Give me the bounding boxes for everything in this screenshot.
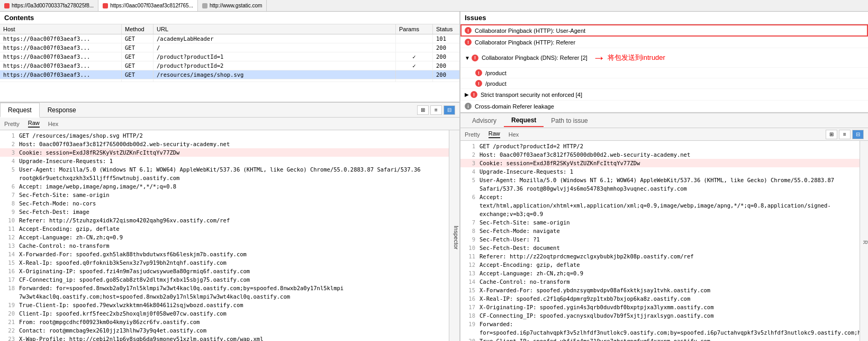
right-edge-bar: R [860, 141, 868, 341]
code-line: 17CF-Connecting_ip: spoofed.go85cab8zt8v… [0, 275, 449, 284]
code-line: 10Referer: http://5tzuhzgx4idk72qismo420… [0, 216, 449, 225]
cell-host-2: https://0aac007f03aeaf3... [0, 43, 122, 52]
table-header: Host Method URL Params Status [0, 24, 459, 34]
table-row-4[interactable]: https://0aac007f03aeaf3... GET /product?… [0, 61, 459, 70]
issue-item-3[interactable]: ▼ ! Collaborator Pingback (DNS): Referer… [460, 48, 868, 68]
raw-subtab[interactable]: Raw [28, 120, 40, 128]
cell-status-5: 200 [433, 70, 459, 79]
code-line: 23X-Wap-Profile: http://cebi2nl1p6y8sqb6… [0, 335, 449, 341]
issue-sub-3a[interactable]: ! /product [460, 68, 868, 78]
issues-tabs: Advisory Request Path to issue [460, 113, 868, 128]
cell-host-3: https://0aac007f03aeaf3... [0, 52, 122, 61]
cell-method-6 [122, 79, 153, 82]
expand-icon-4: ▶ [465, 92, 469, 97]
issues-list: ! Collaborator Pingback (HTTP): User-Age… [460, 24, 868, 113]
table-row-3[interactable]: https://0aac007f03aeaf3... GET /product?… [0, 52, 459, 61]
issue-code-line: 17X-Originating-IP: spoofed.ygin4s3qrb0d… [460, 303, 860, 311]
left-panel: Contents Host Method URL Params Status h… [0, 12, 460, 341]
cell-host-5: https://0aac007f03aeaf3... [0, 70, 122, 79]
issue-code-line: 10Sec-Fetch-Dest: document [460, 244, 860, 252]
cell-params-4: ✓ [396, 61, 433, 70]
col-method: Method [122, 24, 153, 34]
code-line: 3Cookie: session=ExdJ8fR2SKyVstZUZKnFcIt… [0, 148, 449, 157]
issue-code-line: 15X-Forwarded-For: spoofed.ybdnzsyqmbvdp… [460, 286, 860, 294]
contents-section: Contents Host Method URL Params Status h… [0, 12, 459, 103]
hex-subtab[interactable]: Hex [48, 121, 59, 127]
cell-method-5: GET [122, 70, 153, 79]
code-line: 15X-Real-Ip: spoofed.q0rfoknib3k5enx3z7v… [0, 258, 449, 267]
browser-tab-2[interactable]: https://0aac007f03aeaf3c812f765... [98, 0, 198, 11]
wrap-icon[interactable]: ⊟ [444, 105, 455, 115]
tab-3-text: http://www.gstatic.com [210, 3, 262, 8]
path-to-issue-tab[interactable]: Path to issue [544, 115, 595, 127]
issue-code-line: 16X-Real-IP: spoofed.c2f1q6p4dpmrg9zp1tx… [460, 294, 860, 303]
code-line: 11Accept-Encoding: gzip, deflate [0, 225, 449, 233]
pretty-subtab[interactable]: Pretty [4, 121, 20, 127]
issues-raw-tab[interactable]: Raw [489, 130, 500, 138]
request-issues-tab[interactable]: Request [504, 114, 544, 127]
issue-icon-3: ! [472, 55, 478, 61]
issue-code-line: 12Accept-Encoding: gzip, deflate [460, 261, 860, 269]
issue-code-line: 5User-Agent: Mozilla/5.0 (Windows NT 6.1… [460, 176, 860, 193]
issue-code-line: 11Referer: http://z22oqtprdcmegwzclgxybu… [460, 252, 860, 261]
code-line: 6Accept: image/webp,image/apng,image/*,*… [0, 182, 449, 191]
right-panel: Issues ! Collaborator Pingback (HTTP): U… [460, 12, 868, 341]
issue-code-line: 3Cookie: session=ExdJ8fR2SKyVstZUZKnFcIt… [460, 159, 860, 167]
browser-tab-3[interactable]: http://www.gstatic.com [198, 0, 267, 11]
issue-sub-3b[interactable]: ! /product [460, 78, 868, 89]
req-res-section: Request Response ⊞ ≡ ⊟ Pretty Raw Hex 1G… [0, 103, 459, 341]
cell-params-3: ✓ [396, 52, 433, 61]
issue-code-line: 1GET /product?productId=2 HTTP/2 [460, 142, 860, 150]
issue-code-line: 13Accept-Language: zh-CN,zh;q=0.9 [460, 269, 860, 277]
issue-icon-5: i [465, 103, 472, 110]
cell-url-3: /product?productId=1 [153, 52, 396, 61]
cell-status-6 [433, 79, 459, 82]
contents-title: Contents [0, 12, 459, 24]
tab-2-text: https://0aac007f03aeaf3c812f765... [110, 3, 193, 8]
issue-text-1: Collaborator Pingback (HTTP): User-Agent [475, 28, 585, 34]
list-icon[interactable]: ≡ [430, 105, 442, 115]
issue-code-line: 2Host: 0aac007f03aeaf3c812f765000db00d2.… [460, 150, 860, 159]
cell-status-1: 101 [433, 34, 459, 43]
browser-tab-1[interactable]: https://0a3d00700337fa278025f8... [0, 0, 98, 11]
issues-grid-icon[interactable]: ⊞ [826, 130, 837, 139]
issues-pretty-tab[interactable]: Pretty [465, 131, 480, 138]
cell-url-6 [153, 79, 396, 82]
issues-detail: Advisory Request Path to issue Pretty Ra… [460, 113, 868, 341]
issue-code-line: 8Sec-Fetch-Mode: navigate [460, 227, 860, 235]
request-tab[interactable]: Request [0, 103, 40, 118]
issues-list-icon[interactable]: ≡ [839, 130, 851, 139]
issues-code-area: 1GET /product?productId=2 HTTP/2 2Host: … [460, 141, 860, 341]
col-status: Status [433, 24, 459, 34]
issues-hex-tab[interactable]: Hex [509, 131, 519, 138]
cell-host-1: https://0aac007f03aeaf3... [0, 34, 122, 43]
code-line: 2Host: 0aac007f03aeaf3c812f765000db00d2.… [0, 140, 449, 148]
issues-title: Issues [460, 12, 868, 24]
issue-icon-1: ! [465, 27, 472, 34]
grid-icon[interactable]: ⊞ [417, 105, 429, 115]
issue-item-1[interactable]: ! Collaborator Pingback (HTTP): User-Age… [460, 24, 868, 37]
advisory-tab[interactable]: Advisory [465, 115, 504, 127]
issue-item-2[interactable]: ! Collaborator Pingback (HTTP): Referer [460, 37, 868, 48]
inspector-bar: Inspector [449, 130, 459, 341]
response-tab[interactable]: Response [40, 103, 84, 118]
table-row-6[interactable] [0, 79, 459, 82]
issue-icon-3b: ! [475, 80, 482, 87]
req-sub-tabs: Pretty Raw Hex [0, 118, 459, 130]
issue-code-line: 9Sec-Fetch-User: ?1 [460, 235, 860, 244]
cell-url-5: /resources/images/shop.svg [153, 70, 396, 79]
issue-text-5: Cross-domain Referer leakage [475, 103, 554, 110]
cell-params-6 [396, 79, 433, 82]
issue-text-2: Collaborator Pingback (HTTP): Referer [475, 39, 575, 46]
issue-item-5[interactable]: i Cross-domain Referer leakage [460, 101, 868, 112]
table-row-2[interactable]: https://0aac007f03aeaf3... GET / 200 [0, 43, 459, 52]
table-row-5[interactable]: https://0aac007f03aeaf3... GET /resource… [0, 70, 459, 79]
browser-tabs-bar: https://0a3d00700337fa278025f8... https:… [0, 0, 868, 12]
issue-text-4: Strict transport security not enforced [… [481, 92, 582, 98]
issue-item-4[interactable]: ▶ ! Strict transport security not enforc… [460, 89, 868, 101]
cell-method-2: GET [122, 43, 153, 52]
issues-wrap-icon[interactable]: ⊟ [852, 130, 864, 139]
table-row-1[interactable]: https://0aac007f03aeaf3... GET /academyL… [0, 34, 459, 43]
code-line: 22Contact: root@mmcbag9ex2610jjz13hlhw73… [0, 326, 449, 335]
issues-sub-tabs: Pretty Raw Hex ⊞ ≡ ⊟ [460, 128, 868, 141]
